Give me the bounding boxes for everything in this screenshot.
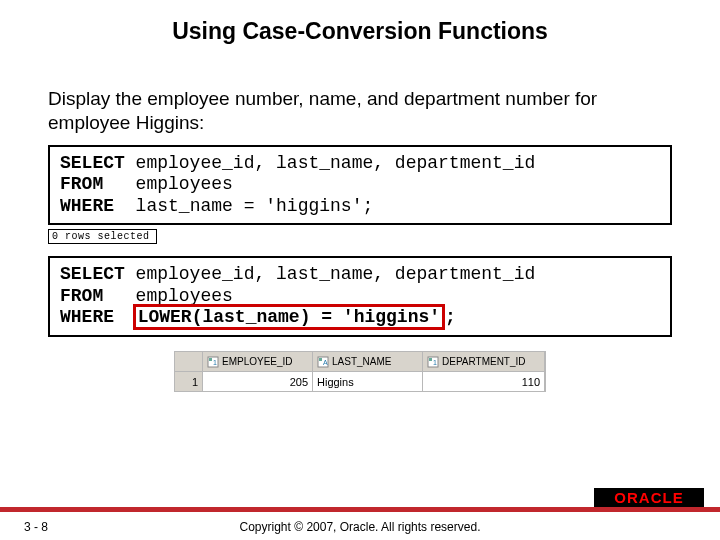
highlighted-expression: LOWER(last_name) = 'higgins' <box>133 304 445 330</box>
column-icon: 1 <box>207 356 219 368</box>
keyword-select: SELECT <box>60 264 125 284</box>
row-number: 1 <box>175 372 203 391</box>
code-text: employees <box>103 286 233 306</box>
code-text: last_name = 'higgins'; <box>114 196 373 216</box>
column-icon: 1 <box>427 356 439 368</box>
svg-text:1: 1 <box>213 359 217 366</box>
col-header-department-id: 1DEPARTMENT_ID <box>423 352 545 372</box>
result-grid: 1 1EMPLOYEE_ID 205 ALAST_NAME Higgins 1D… <box>174 351 546 392</box>
col-label: LAST_NAME <box>332 356 391 367</box>
copyright-text: Copyright © 2007, Oracle. All rights res… <box>0 520 720 534</box>
cell-department-id: 110 <box>423 372 545 391</box>
code-text: ; <box>445 307 456 327</box>
svg-text:A: A <box>323 359 328 366</box>
column-icon: A <box>317 356 329 368</box>
description-text: Display the employee number, name, and d… <box>48 87 672 135</box>
col-header-last-name: ALAST_NAME <box>313 352 423 372</box>
code-text: employees <box>103 174 233 194</box>
cell-last-name: Higgins <box>313 372 423 391</box>
svg-rect-1 <box>209 358 212 361</box>
code-text: employee_id, last_name, department_id <box>125 264 535 284</box>
svg-rect-7 <box>429 358 432 361</box>
col-label: EMPLOYEE_ID <box>222 356 293 367</box>
keyword-where: WHERE <box>60 307 114 327</box>
keyword-where: WHERE <box>60 196 114 216</box>
row-header-col: 1 <box>175 352 203 391</box>
cell-employee-id: 205 <box>203 372 313 391</box>
status-rows-selected: 0 rows selected <box>48 229 157 244</box>
keyword-select: SELECT <box>60 153 125 173</box>
sql-code-block-1: SELECT employee_id, last_name, departmen… <box>48 145 672 226</box>
svg-text:ORACLE: ORACLE <box>614 489 683 506</box>
grid-corner <box>175 352 203 372</box>
keyword-from: FROM <box>60 286 103 306</box>
keyword-from: FROM <box>60 174 103 194</box>
oracle-logo: ORACLE <box>594 488 704 508</box>
sql-code-block-2: SELECT employee_id, last_name, departmen… <box>48 256 672 337</box>
col-header-employee-id: 1EMPLOYEE_ID <box>203 352 313 372</box>
col-label: DEPARTMENT_ID <box>442 356 526 367</box>
slide-title: Using Case-Conversion Functions <box>0 0 720 51</box>
footer: 3 - 8 Copyright © 2007, Oracle. All righ… <box>0 512 720 540</box>
code-text: employee_id, last_name, department_id <box>125 153 535 173</box>
svg-rect-4 <box>319 358 322 361</box>
svg-text:1: 1 <box>433 359 437 366</box>
